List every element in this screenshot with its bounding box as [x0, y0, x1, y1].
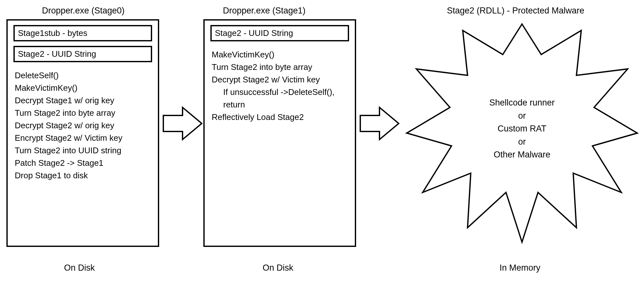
stage2-line: Shellcode runner — [480, 96, 564, 109]
stage2-line: Custom RAT — [480, 122, 564, 135]
stage1-step: Turn Stage2 into byte array — [212, 61, 349, 73]
stage1-step: Decrypt Stage2 w/ Victim key — [212, 73, 349, 86]
stage0-step: Patch Stage2 -> Stage1 — [15, 157, 152, 169]
stage0-step: Decrypt Stage2 w/ orig key — [15, 119, 152, 132]
stage0-steps: DeleteSelf() MakeVictimKey() Decrypt Sta… — [13, 69, 152, 182]
stage0-step: Drop Stage1 to disk — [15, 169, 152, 182]
stage0-location: On Disk — [64, 263, 95, 273]
stage2-line: Other Malware — [480, 148, 564, 161]
stage2-line: or — [480, 135, 564, 148]
stage1-step-conditional: If unsuccessful ->DeleteSelf(), return — [212, 86, 349, 111]
arrow-stage1-to-stage2 — [359, 106, 400, 141]
stage1-location: On Disk — [263, 263, 293, 273]
stage1-step: MakeVictimKey() — [212, 48, 349, 61]
stage0-step: Turn Stage2 into UUID string — [15, 144, 152, 157]
stage2-title: Stage2 (RDLL) - Protected Malware — [442, 6, 589, 16]
stage1-box: Stage2 - UUID String MakeVictimKey() Tur… — [203, 19, 356, 247]
stage1-inner-stage2-uuid: Stage2 - UUID String — [210, 25, 349, 41]
stage0-step: MakeVictimKey() — [15, 82, 152, 94]
stage0-inner-stage2-uuid: Stage2 - UUID String — [13, 46, 152, 62]
stage2-line: or — [480, 109, 564, 122]
stage1-step: Reflectively Load Stage2 — [212, 111, 349, 123]
arrow-stage0-to-stage1 — [162, 106, 203, 141]
stage0-box: Stage1stub - bytes Stage2 - UUID String … — [6, 19, 159, 247]
stage2-content: Shellcode runner or Custom RAT or Other … — [480, 96, 564, 161]
stage0-step: Decrypt Stage1 w/ orig key — [15, 94, 152, 107]
stage1-steps: MakeVictimKey() Turn Stage2 into byte ar… — [210, 48, 349, 123]
stage0-inner-stage1stub: Stage1stub - bytes — [13, 25, 152, 41]
stage0-step: Encrypt Stage2 w/ Victim key — [15, 132, 152, 144]
stage0-title: Dropper.exe (Stage0) — [35, 6, 131, 16]
stage0-step: Turn Stage2 into byte array — [15, 107, 152, 119]
stage0-step: DeleteSelf() — [15, 69, 152, 82]
stage1-title: Dropper.exe (Stage1) — [216, 6, 312, 16]
stage2-location: In Memory — [500, 263, 541, 273]
